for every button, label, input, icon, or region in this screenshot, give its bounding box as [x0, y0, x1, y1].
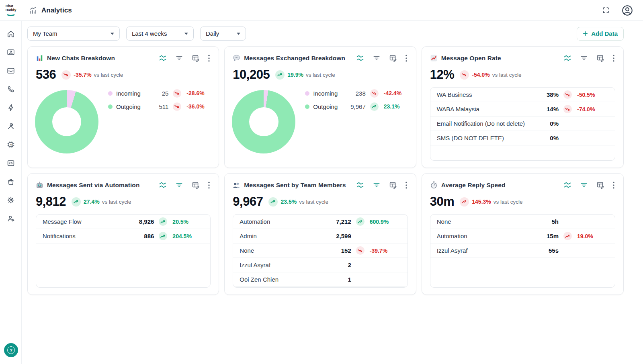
donut-legend: Incoming 238 -42.4% Outgoing 9,967 23.1%: [305, 88, 408, 161]
filter-bar: My Team Last 4 weeks Daily Add Data: [27, 27, 624, 41]
legend-dot: [108, 104, 113, 109]
trend-up-icon: [72, 197, 81, 207]
chatdaddy-logo[interactable]: Chat Daddy: [0, 4, 22, 16]
table-row: WABA Malaysia 14% -74.0%: [430, 102, 615, 117]
team-emoji-icon: [233, 181, 240, 189]
trend-down-icon: [61, 70, 71, 80]
sidebar-item-ai-icon[interactable]: [3, 135, 19, 154]
speech-bubble-emoji-icon: [233, 54, 240, 62]
caret-down-icon: [111, 33, 114, 35]
trend-down-icon: [563, 90, 572, 99]
table-row: SMS (DO NOT DELETE) 0%: [430, 131, 615, 145]
chart-view-icon[interactable]: [158, 54, 168, 62]
vs-last-cycle-label: vs last cycle: [492, 72, 522, 78]
more-options-icon[interactable]: [612, 181, 615, 190]
card-messages-sent-by-team-members: Messages Sent by Team Members 9,967 23.5…: [224, 173, 416, 295]
sidebar-item-home-icon[interactable]: [3, 25, 19, 43]
metric-value: 12%: [430, 67, 455, 82]
logo-smile-arc: [6, 11, 16, 16]
sidebar-item-shop-icon[interactable]: [3, 172, 19, 191]
edit-data-icon[interactable]: [191, 180, 201, 190]
more-options-icon[interactable]: [612, 54, 615, 63]
table-row: Izzul Asyraf 2: [233, 258, 407, 272]
trend-percent: 19.9%: [287, 72, 303, 78]
more-options-icon[interactable]: [207, 181, 211, 190]
chart-view-icon[interactable]: [563, 54, 572, 62]
filter-icon[interactable]: [579, 181, 589, 189]
trend-down-icon: [356, 246, 365, 255]
sidebar-item-tools-icon[interactable]: [3, 117, 19, 135]
add-data-button[interactable]: Add Data: [577, 27, 624, 41]
vs-last-cycle-label: vs last cycle: [494, 199, 523, 205]
trend-up-icon: [159, 217, 167, 226]
edit-data-icon[interactable]: [596, 180, 605, 190]
sidebar-item-user-settings-icon[interactable]: [3, 209, 19, 228]
sidebar-item-phone-icon[interactable]: [3, 80, 19, 98]
edit-data-icon[interactable]: [596, 53, 605, 63]
breakdown-table: Message Flow 8,926 20.5% Notifications 8…: [36, 214, 211, 288]
legend-item: Outgoing 511 -36.0%: [108, 102, 211, 111]
table-row: Message Flow 8,926 20.5%: [36, 215, 210, 229]
card-title: Average Reply Speed: [441, 182, 506, 189]
edit-data-icon[interactable]: [388, 53, 398, 63]
trend-down-icon: [460, 70, 469, 80]
user-avatar-icon[interactable]: [620, 4, 634, 17]
sidebar-item-developer-icon[interactable]: [3, 154, 19, 172]
metric-value: 30m: [430, 194, 455, 209]
fullscreen-icon[interactable]: [601, 5, 611, 15]
trend-up-icon: [460, 197, 469, 207]
more-options-icon[interactable]: [207, 54, 211, 63]
robot-emoji-icon: [36, 181, 43, 189]
caret-down-icon: [237, 33, 240, 35]
table-row: Automation 7,212 600.9%: [233, 215, 407, 229]
edit-data-icon[interactable]: [388, 180, 398, 190]
legend-dot: [305, 104, 309, 109]
card-title: Messages Exchanged Breakdown: [244, 55, 345, 62]
sidebar-item-automation-icon[interactable]: [3, 98, 19, 117]
filter-icon[interactable]: [174, 181, 184, 189]
filter-icon[interactable]: [372, 181, 381, 189]
sidebar-item-inbox-icon[interactable]: [3, 61, 19, 80]
card-title: Messages Sent by Team Members: [244, 182, 346, 189]
granularity-select[interactable]: Daily: [200, 27, 246, 41]
vs-last-cycle-label: vs last cycle: [306, 72, 335, 78]
filter-icon[interactable]: [579, 54, 589, 62]
team-select[interactable]: My Team: [27, 27, 120, 41]
trend-down-icon: [173, 102, 181, 111]
breakdown-table: None 5h Automation 15m 19.0% Izzul Asyra…: [430, 214, 615, 288]
more-options-icon[interactable]: [405, 181, 408, 190]
trend-up-icon: [159, 232, 167, 240]
trend-down-icon: [370, 89, 379, 98]
edit-data-icon[interactable]: [191, 53, 201, 63]
legend-item: Incoming 25 -28.6%: [108, 88, 211, 98]
filter-icon[interactable]: [372, 54, 381, 62]
card-messages-sent-via-automation: Messages Sent via Automation 9,812 27.4%…: [27, 173, 219, 295]
filter-icon[interactable]: [174, 54, 184, 62]
chart-view-icon[interactable]: [355, 181, 365, 189]
help-button[interactable]: ?: [4, 343, 18, 357]
main-content: My Team Last 4 weeks Daily Add Data New …: [22, 21, 643, 364]
table-row: Email Notification (Do not delete) 0%: [430, 117, 615, 131]
bar-chart-emoji-icon: [36, 54, 43, 62]
trend-percent: -35.7%: [74, 72, 91, 78]
caret-down-icon: [184, 33, 188, 35]
chart-view-icon[interactable]: [158, 181, 168, 189]
chart-view-icon[interactable]: [355, 54, 365, 62]
more-options-icon[interactable]: [405, 54, 408, 63]
date-range-select[interactable]: Last 4 weeks: [126, 27, 194, 41]
stopwatch-emoji-icon: [430, 181, 438, 189]
chart-increasing-emoji-icon: [430, 54, 438, 62]
trend-percent: 23.5%: [281, 198, 297, 205]
sidebar-item-settings-icon[interactable]: [3, 191, 19, 209]
card-title: New Chats Breakdown: [47, 55, 115, 62]
donut-chart: [35, 90, 98, 153]
card-new-chats-breakdown: New Chats Breakdown 536 -35.7% vs last c…: [27, 46, 219, 168]
table-row: None 5h: [430, 215, 615, 229]
chart-view-icon[interactable]: [563, 181, 572, 189]
trend-percent: -54.0%: [472, 72, 489, 78]
card-message-open-rate: Message Open Rate 12% -54.0% vs last cyc…: [422, 46, 624, 168]
trend-percent: 27.4%: [84, 198, 100, 205]
sidebar-item-contacts-icon[interactable]: [3, 43, 19, 61]
table-row: Ooi Zen Chien 1: [233, 272, 407, 287]
legend-dot: [108, 91, 113, 96]
